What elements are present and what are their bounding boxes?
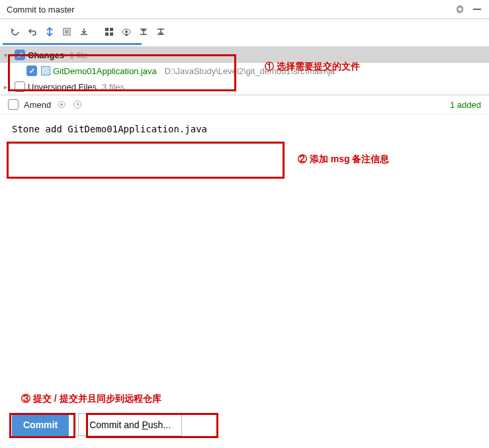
expand-icon[interactable]: ▾ (4, 52, 12, 59)
changes-tree: ▾ Changes 1 file GitDemo01Application.ja… (0, 47, 489, 95)
commit-message-input[interactable] (8, 120, 481, 153)
svg-point-10 (60, 103, 63, 106)
svg-rect-4 (105, 32, 109, 36)
file-path: D:\JavaStudy\Level2\git_demo01\src\main\… (165, 66, 335, 76)
commit-button-label: Commit (23, 420, 58, 430)
file-checkbox[interactable] (26, 66, 37, 76)
svg-point-7 (125, 30, 128, 33)
changelist-icon[interactable] (62, 26, 71, 37)
collapse-icon[interactable] (156, 26, 165, 37)
annotation-3: ③ 提交 / 提交并且同步到远程仓库 (21, 393, 161, 405)
file-node[interactable]: GitDemo01Application.java D:\JavaStudy\L… (0, 63, 489, 79)
amend-label: Amend (24, 100, 51, 110)
status-added: 1 added (450, 100, 481, 110)
changes-node[interactable]: ▾ Changes 1 file (0, 47, 489, 63)
gear-icon[interactable] (455, 4, 465, 15)
panel-header: Commit to master (0, 0, 489, 19)
group-icon[interactable] (105, 26, 114, 37)
diff-icon[interactable] (45, 26, 54, 37)
shelve-icon[interactable] (79, 26, 89, 37)
svg-rect-3 (110, 28, 113, 31)
commit-push-button[interactable]: Commit and Push... (78, 414, 182, 436)
commit-button[interactable]: Commit (12, 414, 69, 436)
changes-label: Changes (28, 50, 64, 60)
amend-bar: Amend 1 added (0, 95, 489, 114)
panel-title: Commit to master (7, 5, 455, 15)
unversioned-count: 3 files (102, 82, 124, 92)
svg-rect-5 (110, 32, 113, 36)
java-file-icon (40, 66, 50, 75)
rollback-icon[interactable] (28, 26, 37, 37)
amend-checkbox[interactable] (8, 99, 19, 110)
footer-buttons: Commit Commit and Push... (12, 414, 182, 436)
minimize-icon[interactable] (472, 4, 482, 15)
gear-icon[interactable] (56, 99, 67, 110)
toolbar (0, 19, 489, 47)
svg-rect-2 (105, 28, 109, 31)
changes-count: 1 file (69, 50, 87, 60)
unversioned-checkbox[interactable] (15, 81, 25, 92)
changes-checkbox[interactable] (15, 50, 25, 60)
unversioned-node[interactable]: ▸ Unversioned Files 3 files (0, 79, 489, 95)
refresh-icon[interactable] (11, 26, 20, 37)
svg-rect-8 (125, 34, 128, 36)
commit-push-label: Commit and Push... (89, 420, 171, 430)
file-name: GitDemo01Application.java (53, 66, 157, 76)
unversioned-label: Unversioned Files (28, 82, 97, 92)
expand-icon[interactable] (139, 26, 148, 37)
expand-icon[interactable]: ▸ (4, 83, 12, 91)
commit-message-area (0, 114, 489, 359)
history-icon[interactable] (72, 99, 83, 110)
svg-rect-0 (473, 9, 481, 10)
view-icon[interactable] (122, 26, 131, 37)
